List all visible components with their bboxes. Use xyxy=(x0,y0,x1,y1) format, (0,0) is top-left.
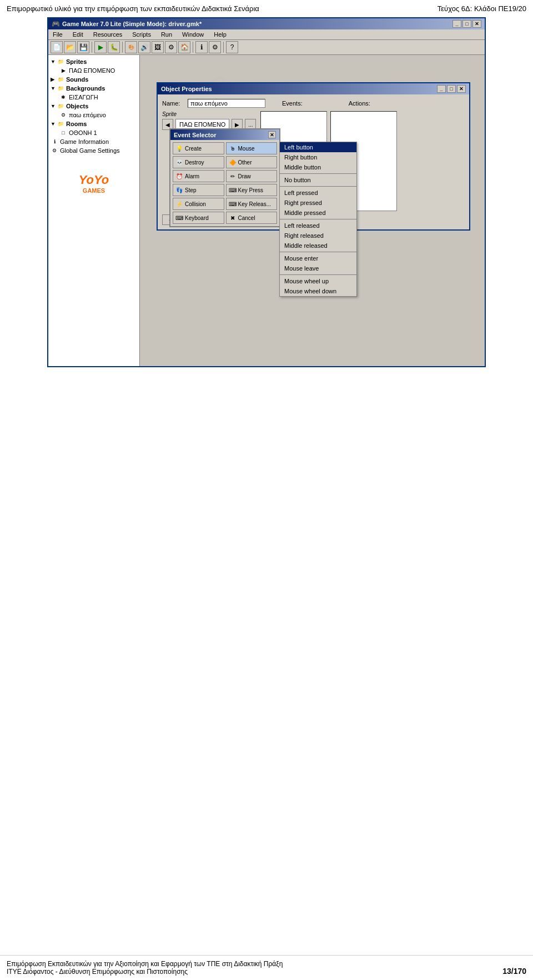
menu-edit[interactable]: Edit xyxy=(71,31,86,38)
minimize-button[interactable]: _ xyxy=(452,20,461,28)
page-footer: Επιμόρφωση Εκπαιδευτικών για την Αξιοποί… xyxy=(0,955,533,980)
toolbar-sprite[interactable]: 🎨 xyxy=(125,41,137,53)
event-collision[interactable]: ⚡ Collision xyxy=(173,198,224,210)
sprites-icon: 📁 xyxy=(57,58,64,66)
obj-props-max[interactable]: □ xyxy=(447,85,456,93)
toolbar-object[interactable]: ⚙ xyxy=(165,41,177,53)
submenu-middle-button[interactable]: Middle button xyxy=(280,162,356,172)
tree-pao-epomeno-obj[interactable]: ⚙ παω επόμενο xyxy=(59,111,137,119)
menu-help[interactable]: Help xyxy=(212,31,229,38)
footer-line1: Επιμόρφωση Εκπαιδευτικών για την Αξιοποί… xyxy=(7,960,283,968)
rooms-label: Rooms xyxy=(66,121,87,127)
event-create[interactable]: 💡 Create xyxy=(173,142,224,154)
menu-window[interactable]: Window xyxy=(180,31,206,38)
submenu-middle-pressed[interactable]: Middle pressed xyxy=(280,208,356,218)
eisagogi-label: ΕΙΣΑΓΩΓΗ xyxy=(69,94,98,101)
toolbar-sound[interactable]: 🔊 xyxy=(138,41,150,53)
yoyo-logo: YoYo GAMES xyxy=(51,155,137,194)
keyrelease-icon: ⌨ xyxy=(229,200,237,208)
main-content: 🎮 Game Maker 7.0 Lite (Simple Mode): dri… xyxy=(0,17,533,367)
submenu-right-released[interactable]: Right released xyxy=(280,231,356,241)
tree-global-settings[interactable]: ⚙ Global Game Settings xyxy=(51,146,137,155)
tree-sounds[interactable]: ▶ 📁 Sounds xyxy=(51,75,137,84)
toolbar-debug[interactable]: 🐛 xyxy=(108,41,120,53)
gm-title: Game Maker 7.0 Lite (Simple Mode): drive… xyxy=(62,21,202,27)
submenu-wheel-up[interactable]: Mouse wheel up xyxy=(280,276,356,286)
game-info-label: Game Information xyxy=(60,138,109,145)
collision-icon: ⚡ xyxy=(175,200,183,208)
close-button[interactable]: ✕ xyxy=(472,20,481,28)
toolbar-save[interactable]: 💾 xyxy=(77,41,89,53)
toolbar-info[interactable]: ℹ xyxy=(195,41,208,53)
toolbar-room[interactable]: 🏠 xyxy=(178,41,190,53)
submenu-middle-released[interactable]: Middle released xyxy=(280,241,356,251)
keyboard-icon: ⌨ xyxy=(175,214,183,222)
tree-objects[interactable]: ▼ 📁 Objects xyxy=(51,102,137,111)
footer-line2: ΙΤΥΕ Διόφαντος - Διεύθυνση Επιμόρφωσης κ… xyxy=(7,968,283,976)
toolbar-bg[interactable]: 🖼 xyxy=(152,41,164,53)
mouse-label: Mouse xyxy=(238,146,255,152)
submenu-left-pressed[interactable]: Left pressed xyxy=(280,188,356,198)
event-step[interactable]: 👣 Step xyxy=(173,184,224,196)
menu-resources[interactable]: Resources xyxy=(91,31,125,38)
page-header: Επιμορφωτικό υλικό για την επιμόρφωση τω… xyxy=(0,0,533,17)
menu-file[interactable]: File xyxy=(51,31,65,38)
event-keyrelease[interactable]: ⌨ Key Releas... xyxy=(226,198,278,210)
toolbar-sep4 xyxy=(223,42,224,53)
toolbar-run[interactable]: ▶ xyxy=(94,41,107,53)
games-text: GAMES xyxy=(83,187,105,194)
info-icon: ℹ xyxy=(51,138,58,146)
footer-right: 13/170 xyxy=(502,967,526,976)
event-alarm[interactable]: ⏰ Alarm xyxy=(173,170,224,182)
sounds-icon: 📁 xyxy=(57,76,64,83)
sprites-label: Sprites xyxy=(66,58,87,65)
submenu-right-pressed[interactable]: Right pressed xyxy=(280,198,356,208)
event-keyboard[interactable]: ⌨ Keyboard xyxy=(173,212,224,224)
draw-label: Draw xyxy=(238,173,251,179)
obj-props-min[interactable]: _ xyxy=(437,85,446,93)
tree-backgrounds[interactable]: ▼ 📁 Backgrounds xyxy=(51,84,137,93)
event-cancel[interactable]: ✖ Cancel xyxy=(226,212,278,224)
toolbar-open[interactable]: 📂 xyxy=(64,41,76,53)
event-draw[interactable]: ✏ Draw xyxy=(226,170,278,182)
submenu-right-button[interactable]: Right button xyxy=(280,152,356,162)
submenu-wheel-down[interactable]: Mouse wheel down xyxy=(280,286,356,296)
obj-props-close[interactable]: ✕ xyxy=(457,85,466,93)
create-icon: 💡 xyxy=(175,144,183,152)
name-label: Name: xyxy=(162,100,184,107)
submenu-left-button[interactable]: Left button xyxy=(280,142,356,152)
events-actions-labels: Events: Actions: xyxy=(282,100,370,107)
name-input[interactable] xyxy=(188,99,265,108)
toolbar-sep1 xyxy=(92,42,92,53)
tree-game-info[interactable]: ℹ Game Information xyxy=(51,137,137,146)
submenu-mouse-enter[interactable]: Mouse enter xyxy=(280,253,356,263)
gm-icon: 🎮 xyxy=(52,20,60,28)
submenu-no-button[interactable]: No button xyxy=(280,175,356,185)
mouse-icon: 🖱 xyxy=(229,144,237,152)
keypress-icon: ⌨ xyxy=(229,186,237,194)
event-other[interactable]: 🔶 Other xyxy=(226,156,278,168)
menu-scripts[interactable]: Scripts xyxy=(130,31,153,38)
menu-run[interactable]: Run xyxy=(159,31,174,38)
maximize-button[interactable]: □ xyxy=(462,20,471,28)
event-mouse[interactable]: 🖱 Mouse xyxy=(226,142,278,154)
toolbar-help[interactable]: ? xyxy=(226,41,238,53)
tree-pao-epomeno-sprite[interactable]: ▶ ΠΑΩ ΕΠΟΜΕΝΟ xyxy=(59,66,137,75)
event-keypress[interactable]: ⌨ Key Press xyxy=(226,184,278,196)
keyboard-label: Keyboard xyxy=(185,215,209,221)
submenu-left-released[interactable]: Left released xyxy=(280,221,356,231)
alarm-icon: ⏰ xyxy=(175,172,183,180)
tree-eisagogi[interactable]: ✱ ΕΙΣΑΓΩΓΗ xyxy=(59,93,137,102)
room-icon: □ xyxy=(59,129,67,137)
event-destroy[interactable]: 💀 Destroy xyxy=(173,156,224,168)
tree-othoni[interactable]: □ ΟΘΟΝΗ 1 xyxy=(59,128,137,137)
toolbar-settings[interactable]: ⚙ xyxy=(209,41,221,53)
event-sel-close[interactable]: ✕ xyxy=(268,131,276,138)
tree-rooms[interactable]: ▼ 📁 Rooms xyxy=(51,119,137,128)
tree-panel: ▼ 📁 Sprites ▶ ΠΑΩ ΕΠΟΜΕΝΟ ▶ 📁 Sounds ▼ xyxy=(48,55,140,366)
toolbar-new[interactable]: 📄 xyxy=(51,41,63,53)
other-label: Other xyxy=(238,159,252,166)
submenu-mouse-leave[interactable]: Mouse leave xyxy=(280,263,356,273)
tree-sprites[interactable]: ▼ 📁 Sprites xyxy=(51,57,137,66)
obj-props-titlebar: Object Properties _ □ ✕ xyxy=(158,83,469,94)
